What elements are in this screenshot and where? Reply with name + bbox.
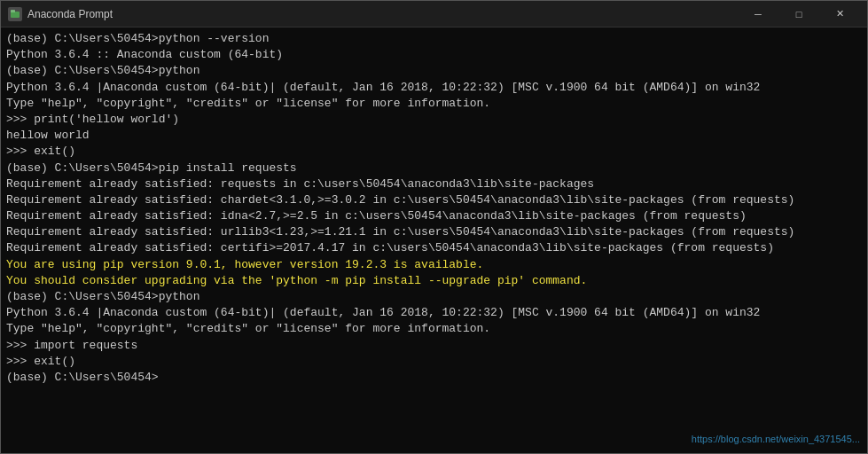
titlebar: Anaconda Prompt ─ □ ✕: [1, 1, 867, 27]
terminal-output: (base) C:\Users\50454>python --versionPy…: [6, 31, 862, 386]
close-button[interactable]: ✕: [819, 1, 860, 27]
terminal-line: >>> exit(): [6, 144, 862, 160]
terminal-line: Requirement already satisfied: requests …: [6, 176, 862, 192]
terminal-line: (base) C:\Users\50454>python: [6, 63, 862, 79]
terminal-line: You should consider upgrading via the 'p…: [6, 273, 862, 289]
terminal-line: (base) C:\Users\50454>python --version: [6, 31, 862, 47]
anaconda-prompt-window: Anaconda Prompt ─ □ ✕ (base) C:\Users\50…: [0, 0, 868, 454]
terminal-line: (base) C:\Users\50454>python: [6, 289, 862, 305]
svg-rect-0: [11, 12, 20, 18]
terminal-line: Requirement already satisfied: idna<2.7,…: [6, 208, 862, 224]
maximize-button[interactable]: □: [778, 1, 819, 27]
terminal-line: Python 3.6.4 :: Anaconda custom (64-bit): [6, 47, 862, 63]
terminal-line: Python 3.6.4 |Anaconda custom (64-bit)| …: [6, 305, 862, 321]
app-icon: [8, 7, 22, 21]
terminal-line: Type "help", "copyright", "credits" or "…: [6, 96, 862, 112]
terminal-line: Type "help", "copyright", "credits" or "…: [6, 321, 862, 337]
terminal-line: hellow world: [6, 128, 862, 144]
terminal-line: (base) C:\Users\50454>: [6, 370, 862, 386]
terminal-line: Python 3.6.4 |Anaconda custom (64-bit)| …: [6, 80, 862, 96]
terminal-line: (base) C:\Users\50454>pip install reques…: [6, 160, 862, 176]
terminal-line: >>> print('hellow world'): [6, 112, 862, 128]
svg-rect-1: [11, 10, 15, 12]
terminal-body[interactable]: (base) C:\Users\50454>python --versionPy…: [1, 27, 867, 453]
terminal-line: Requirement already satisfied: chardet<3…: [6, 192, 862, 208]
terminal-line: Requirement already satisfied: certifi>=…: [6, 240, 862, 256]
watermark: https://blog.csdn.net/weixin_4371545...: [692, 433, 860, 446]
terminal-line: Requirement already satisfied: urllib3<1…: [6, 224, 862, 240]
terminal-line: >>> import requests: [6, 338, 862, 354]
window-title: Anaconda Prompt: [27, 8, 738, 20]
window-controls: ─ □ ✕: [738, 1, 860, 27]
minimize-button[interactable]: ─: [738, 1, 778, 27]
terminal-line: >>> exit(): [6, 354, 862, 370]
terminal-line: You are using pip version 9.0.1, however…: [6, 257, 862, 273]
